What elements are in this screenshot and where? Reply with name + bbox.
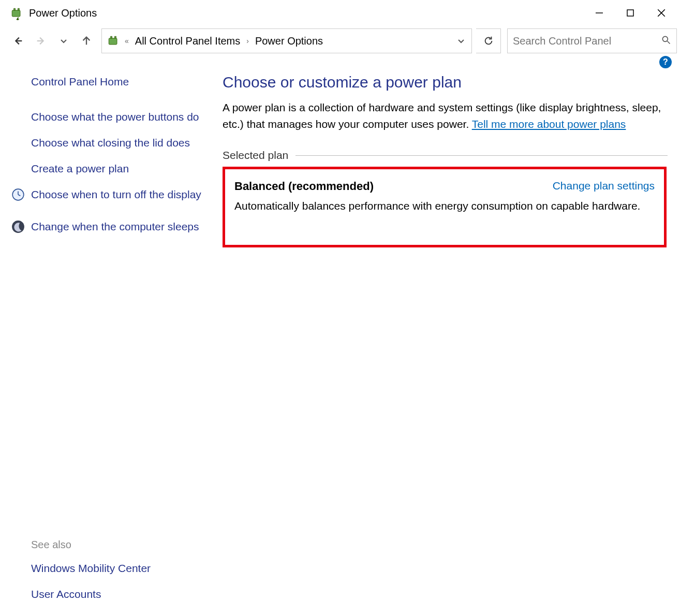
see-also-user-accounts[interactable]: User Accounts — [31, 586, 210, 603]
forward-button[interactable] — [30, 30, 52, 52]
search-icon[interactable] — [661, 35, 671, 47]
section-header: Selected plan — [223, 149, 668, 162]
sidebar-link-computer-sleeps[interactable]: Change when the computer sleeps — [31, 218, 199, 235]
see-also-mobility-center[interactable]: Windows Mobility Center — [31, 560, 210, 577]
recent-locations-dropdown[interactable] — [53, 30, 75, 52]
svg-line-14 — [668, 41, 670, 44]
sidebar-link-closing-lid[interactable]: Choose what closing the lid does — [31, 135, 210, 151]
back-button[interactable] — [7, 30, 29, 52]
section-label: Selected plan — [223, 149, 288, 162]
search-box[interactable] — [507, 28, 677, 53]
search-input[interactable] — [513, 35, 658, 47]
svg-rect-0 — [12, 10, 20, 17]
up-button[interactable] — [76, 30, 97, 52]
page-heading: Choose or customize a power plan — [223, 74, 668, 91]
sidebar-link-power-buttons[interactable]: Choose what the power buttons do — [31, 109, 210, 125]
clock-icon — [11, 188, 25, 201]
window-title: Power Options — [29, 7, 97, 19]
svg-rect-10 — [109, 38, 117, 45]
power-options-icon — [9, 6, 24, 20]
see-also-block: See also Windows Mobility Center User Ac… — [31, 539, 210, 603]
toolbar: « All Control Panel Items › Power Option… — [0, 26, 680, 56]
plan-description: Automatically balances performance with … — [234, 198, 655, 214]
maximize-button[interactable] — [615, 2, 646, 24]
moon-icon — [11, 220, 25, 233]
section-divider — [295, 155, 668, 156]
sidebar-link-create-plan[interactable]: Create a power plan — [31, 160, 210, 177]
selected-plan-highlight: Balanced (recommended) Change plan setti… — [223, 167, 667, 247]
svg-rect-2 — [18, 8, 20, 10]
tell-me-more-link[interactable]: Tell me more about power plans — [472, 118, 626, 130]
see-also-label: See also — [31, 539, 210, 551]
help-icon[interactable]: ? — [659, 56, 672, 68]
control-panel-home-link[interactable]: Control Panel Home — [31, 74, 210, 90]
minimize-button[interactable] — [584, 2, 615, 24]
svg-rect-1 — [14, 8, 16, 10]
svg-rect-12 — [115, 36, 116, 38]
page-description: A power plan is a collection of hardware… — [223, 99, 668, 133]
svg-rect-11 — [111, 36, 112, 38]
body: Control Panel Home Choose what the power… — [0, 70, 680, 616]
change-plan-settings-link[interactable]: Change plan settings — [553, 180, 655, 192]
main-content: Choose or customize a power plan A power… — [223, 70, 680, 616]
svg-point-13 — [662, 36, 668, 41]
breadcrumb-item[interactable]: All Control Panel Items — [133, 35, 242, 47]
sidebar-link-turn-off-display[interactable]: Choose when to turn off the display — [31, 186, 201, 203]
chevron-right-icon[interactable]: › — [242, 37, 253, 45]
chevron-left-icon[interactable]: « — [121, 37, 133, 45]
breadcrumb-item[interactable]: Power Options — [253, 35, 325, 47]
titlebar: Power Options — [0, 0, 680, 26]
sidebar: Control Panel Home Choose what the power… — [0, 70, 223, 616]
refresh-button[interactable] — [476, 28, 501, 53]
address-bar[interactable]: « All Control Panel Items › Power Option… — [101, 28, 472, 53]
close-button[interactable] — [646, 2, 677, 24]
power-options-icon — [106, 34, 121, 48]
plan-name: Balanced (recommended) — [234, 180, 374, 193]
address-dropdown-button[interactable] — [451, 29, 471, 53]
help-row: ? — [0, 56, 680, 70]
svg-rect-4 — [627, 10, 633, 16]
